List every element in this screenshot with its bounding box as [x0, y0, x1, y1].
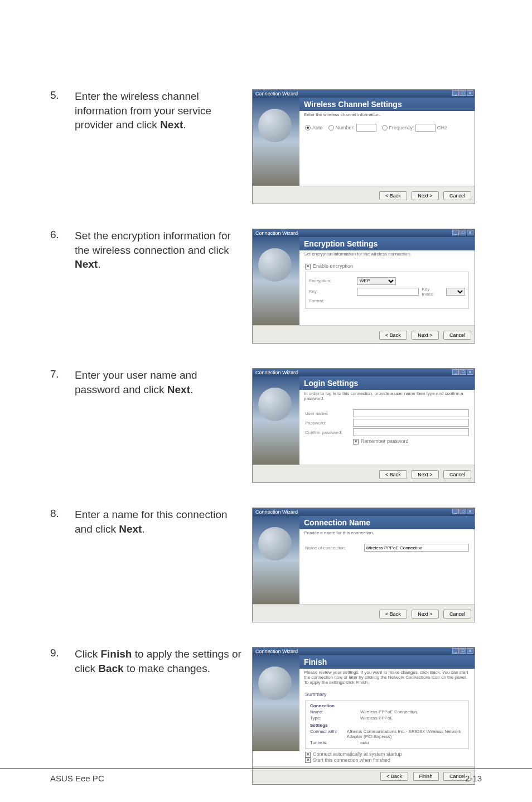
label-format: Format: — [309, 298, 354, 303]
channel-number-input[interactable] — [356, 124, 376, 132]
next-button[interactable]: Next > — [412, 610, 438, 619]
window-controls: _□x — [452, 90, 473, 96]
summary-tunnels-label: Tunnels: — [310, 740, 360, 745]
close-icon: x — [467, 369, 473, 375]
wizard-header: Encryption Settings — [299, 237, 475, 250]
screenshot-connection-name: Connection Wizard _□x Connection Name Pr… — [252, 508, 475, 622]
step-text: Enter the wireless channel information f… — [75, 89, 252, 132]
summary-name-label: Name: — [310, 709, 360, 714]
summary-connectwith-label: Connect with: — [310, 729, 347, 739]
radio-number[interactable] — [328, 125, 334, 131]
step-text: Enter a name for this connection and cli… — [75, 508, 252, 536]
step-text: Enter your user name and password and cl… — [75, 368, 252, 397]
window-title: Connection Wizard — [255, 509, 298, 515]
screenshot-login-settings: Connection Wizard _□x Login Settings In … — [252, 368, 475, 483]
max-icon: □ — [460, 648, 466, 654]
label-connect-auto: Connect automatically at system startup — [313, 751, 402, 757]
step-number: 6. — [50, 229, 75, 241]
frequency-input[interactable] — [415, 124, 436, 132]
next-button[interactable]: Next > — [412, 331, 438, 340]
cancel-button[interactable]: Cancel — [443, 331, 471, 340]
window-titlebar: Connection Wizard _□x — [253, 508, 475, 516]
window-title: Connection Wizard — [255, 370, 298, 375]
back-button[interactable]: < Back — [379, 470, 407, 479]
summary-tunnels-value: auto — [360, 740, 369, 745]
wizard-subtitle: Set encryption information for the wirel… — [299, 250, 475, 260]
close-icon: x — [467, 648, 473, 654]
next-button[interactable]: Next > — [412, 470, 438, 479]
label-confirm: Confirm password: — [305, 430, 350, 435]
cancel-button[interactable]: Cancel — [443, 191, 471, 200]
encryption-select[interactable]: WEP — [357, 277, 396, 285]
summary-type-label: Type: — [310, 716, 360, 721]
window-controls: _□x — [452, 369, 473, 375]
window-titlebar: Connection Wizard _□x — [253, 90, 475, 98]
radio-frequency[interactable] — [382, 125, 388, 131]
label-number: Number: — [336, 125, 355, 131]
wizard-side-image — [253, 376, 299, 465]
max-icon: □ — [460, 230, 466, 235]
step-number: 5. — [50, 89, 75, 102]
min-icon: _ — [452, 509, 459, 514]
start-now-checkbox[interactable] — [305, 757, 311, 763]
window-titlebar: Connection Wizard _□x — [253, 369, 475, 376]
wizard-subtitle: Enter the wireless channel information. — [299, 111, 475, 120]
connect-auto-checkbox[interactable] — [305, 752, 311, 757]
wizard-subtitle: In order to log in to this connection, p… — [299, 390, 475, 404]
summary-name-value: Wireless PPPoE Connection — [360, 709, 417, 714]
wizard-header: Login Settings — [299, 376, 475, 390]
back-button[interactable]: < Back — [379, 610, 407, 619]
label-frequency: Frequency: — [389, 125, 414, 131]
footer-right: 2-13 — [465, 774, 482, 783]
label-encryption: Encryption: — [309, 278, 354, 283]
screenshot-channel-settings: Connection Wizard _□x Wireless Channel S… — [252, 89, 475, 204]
min-icon: _ — [452, 230, 459, 235]
username-input[interactable] — [353, 409, 469, 417]
window-title: Connection Wizard — [255, 91, 298, 96]
key-input[interactable] — [357, 288, 419, 296]
wizard-header: Connection Name — [299, 516, 475, 529]
label-auto: Auto — [312, 125, 323, 131]
wizard-subtitle: Provide a name for this connection. — [299, 529, 475, 539]
next-button[interactable]: Next > — [412, 191, 438, 200]
wizard-header: Finish — [299, 655, 475, 669]
window-title: Connection Wizard — [255, 649, 298, 654]
password-input[interactable] — [353, 419, 469, 427]
back-button[interactable]: < Back — [379, 191, 407, 200]
screenshot-finish: Connection Wizard _□x Finish Please revi… — [252, 647, 475, 785]
window-title: Connection Wizard — [255, 230, 298, 236]
cancel-button[interactable]: Cancel — [443, 610, 471, 619]
max-icon: □ — [460, 509, 466, 514]
max-icon: □ — [460, 90, 466, 96]
radio-auto[interactable] — [305, 125, 311, 131]
back-button[interactable]: < Back — [379, 331, 407, 340]
wizard-side-image — [253, 98, 299, 186]
min-icon: _ — [452, 369, 459, 375]
wizard-side-image — [253, 237, 299, 325]
window-controls: _□x — [452, 230, 473, 235]
summary-type-value: Wireless PPPoE — [360, 716, 393, 721]
close-icon: x — [467, 230, 473, 235]
step-number: 8. — [50, 508, 75, 520]
enable-encryption-checkbox[interactable] — [305, 264, 311, 269]
step-number: 7. — [50, 368, 75, 380]
connection-name-input[interactable] — [364, 544, 469, 552]
step-text: Set the encryption information for the w… — [75, 229, 252, 272]
summary-settings-header: Settings — [310, 723, 464, 728]
remember-password-checkbox[interactable] — [353, 439, 359, 445]
label-password: Password: — [305, 421, 350, 426]
wizard-side-image — [253, 655, 299, 751]
keyindex-select[interactable] — [446, 288, 465, 296]
confirm-password-input[interactable] — [353, 428, 469, 436]
window-titlebar: Connection Wizard _□x — [253, 229, 475, 237]
window-controls: _□x — [452, 648, 473, 654]
cancel-button[interactable]: Cancel — [443, 470, 471, 479]
label-start-now: Start this connection when finished — [313, 757, 390, 763]
wizard-side-image — [253, 516, 299, 604]
window-titlebar: Connection Wizard _□x — [253, 648, 475, 655]
label-username: User name: — [305, 411, 350, 416]
window-controls: _□x — [452, 509, 473, 514]
close-icon: x — [467, 509, 473, 514]
close-icon: x — [467, 90, 473, 96]
summary-connection-header: Connection — [310, 703, 464, 708]
